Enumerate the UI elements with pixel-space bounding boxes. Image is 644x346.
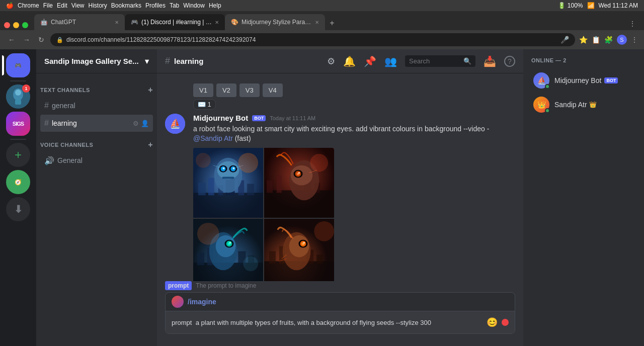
download-apps-button[interactable]: ⬇ [6, 197, 30, 221]
menu-edit[interactable]: Edit [57, 2, 67, 9]
svg-rect-29 [267, 180, 273, 193]
server-icon-sigs[interactable]: SIGS [6, 112, 30, 136]
macos-menubar: 🍎 Chrome File Edit View History Bookmark… [0, 0, 644, 11]
robot-image-4 [264, 219, 334, 282]
text-channels-category[interactable]: TEXT CHANNELS + [36, 77, 157, 97]
menu-view[interactable]: View [71, 2, 85, 9]
midjourney-online-avatar: ⛵ [533, 72, 549, 89]
prompt-input-field[interactable]: 😊 [166, 311, 515, 333]
chrome-more-icon[interactable]: ⋮ [631, 36, 638, 44]
text-channel-icon-learning: # [44, 119, 49, 128]
wifi-icon: 📶 [587, 2, 595, 9]
inbox-icon[interactable]: 📥 [484, 55, 496, 67]
header-hash-icon[interactable]: ⚙ [327, 56, 335, 67]
menu-window[interactable]: Window [183, 2, 205, 9]
emoji-button[interactable]: 😊 [487, 317, 498, 328]
channel-member-icon[interactable]: 👤 [141, 120, 149, 127]
text-channel-icon: # [44, 101, 49, 110]
add-server-button[interactable]: + [6, 143, 30, 167]
top-v4-button[interactable]: V4 [263, 83, 283, 97]
apple-menu[interactable]: 🍎 [6, 2, 14, 9]
pin-icon[interactable]: 📌 [364, 55, 376, 67]
chrome-menu-icon[interactable]: ⋮ [625, 20, 640, 28]
mention-user[interactable]: @Sandip Atr [193, 134, 233, 142]
menu-bookmarks[interactable]: Bookmarks [111, 2, 141, 9]
download-icon: ⬇ [14, 203, 23, 215]
channel-settings-icon[interactable]: ⚙ [133, 120, 139, 127]
window-minimize[interactable] [13, 22, 19, 28]
tab-search-icon[interactable]: 📋 [592, 36, 600, 44]
menu-profiles[interactable]: Profiles [145, 2, 166, 9]
svg-rect-57 [269, 251, 276, 264]
menu-help[interactable]: Help [209, 2, 221, 9]
menu-history[interactable]: History [89, 2, 107, 9]
top-v3-button[interactable]: V3 [239, 83, 260, 97]
bell-icon[interactable]: 🔔 [343, 55, 356, 67]
svg-rect-7 [193, 193, 263, 218]
explore-servers-button[interactable]: 🧭 [6, 170, 30, 194]
prompt-text-input[interactable] [172, 319, 482, 326]
help-icon[interactable]: ? [504, 56, 515, 67]
user-small-avatar [172, 296, 184, 308]
chrome-browser: 🤖 ChatGPT ✕ 🎮 (1) Discord | #learning | … [0, 11, 644, 49]
svg-rect-30 [277, 175, 282, 193]
profile-icon[interactable]: S [617, 35, 627, 45]
tab-midjourney[interactable]: 🎨 Midjourney Stylize Parameter ✕ [225, 14, 325, 30]
image-grid[interactable] [193, 148, 334, 282]
add-voice-channel-icon[interactable]: + [148, 140, 153, 149]
message-author[interactable]: Midjourney Bot [193, 114, 248, 122]
mic-icon[interactable]: 🎤 [560, 36, 569, 44]
voice-channels-category[interactable]: VOICE CHANNELS + [36, 132, 157, 151]
prompt-label-row: prompt The prompt to imagine [165, 281, 515, 290]
prompt-description: The prompt to imagine [196, 282, 256, 289]
tab-midjourney-close[interactable]: ✕ [315, 20, 319, 25]
members-icon[interactable]: 👥 [384, 55, 397, 67]
online-user-sandip[interactable]: 👑 Sandip Atr 👑 [531, 94, 636, 116]
tab-midjourney-favicon: 🎨 [231, 19, 238, 26]
menu-file[interactable]: File [43, 2, 53, 9]
tab-chatgpt-close[interactable]: ✕ [115, 20, 119, 25]
text-channels-label: TEXT CHANNELS [40, 87, 90, 93]
add-channel-icon[interactable]: + [148, 85, 153, 95]
tab-discord-close[interactable]: ✕ [215, 20, 219, 25]
channel-item-general[interactable]: # general [40, 97, 153, 114]
record-button[interactable] [502, 319, 509, 326]
online-user-midjourney[interactable]: ⛵ Midjourney Bot BOT [531, 69, 636, 92]
tab-discord-favicon: 🎮 [131, 19, 138, 26]
back-button[interactable]: ← [6, 36, 17, 44]
url-box[interactable]: 🔒 discord.com/channels/11282822500987781… [50, 33, 575, 46]
svg-rect-9 [208, 178, 214, 195]
sandip-username: Sandip Atr [554, 101, 587, 109]
tab-chatgpt[interactable]: 🤖 ChatGPT ✕ [34, 14, 125, 30]
svg-point-52 [229, 242, 231, 243]
channel-list: TEXT CHANNELS + # general # learning ⚙ 👤… [36, 73, 157, 346]
new-tab-button[interactable]: + [325, 16, 339, 30]
window-maximize[interactable] [22, 22, 28, 28]
top-v2-button[interactable]: V2 [216, 83, 236, 97]
server-icon-avatar1[interactable]: 1 [6, 84, 30, 109]
channel-item-general-voice[interactable]: 🔊 General [40, 152, 153, 169]
mj-avatar-icon: ⛵ [537, 76, 546, 84]
top-email-reaction[interactable]: ✉️ 1 [193, 99, 216, 110]
online-status-indicator [545, 84, 550, 89]
message-text: a robot face looking at smart city with … [193, 124, 515, 144]
bookmark-star-icon[interactable]: ⭐ [579, 36, 588, 44]
menu-tab[interactable]: Tab [170, 2, 179, 9]
prompt-command-label: prompt [165, 281, 192, 290]
chat-header: # learning ⚙ 🔔 📌 👥 Search 🔍 📥 ? [157, 49, 523, 73]
forward-button[interactable]: → [21, 36, 32, 44]
tab-discord[interactable]: 🎮 (1) Discord | #learning | Sandi... ✕ [125, 14, 225, 30]
menu-chrome[interactable]: Chrome [18, 2, 39, 9]
compass-icon: 🧭 [15, 179, 22, 186]
server-sidebar: 🎮 1 SIGS + 🧭 ⬇ [0, 49, 36, 346]
chat-search-box[interactable]: Search 🔍 [405, 55, 475, 67]
midjourney-avatar[interactable]: ⛵ [165, 114, 185, 134]
server-icon-discord-home[interactable]: 🎮 [6, 53, 30, 77]
window-close[interactable] [4, 22, 10, 28]
extensions-icon[interactable]: 🧩 [604, 36, 613, 44]
top-v1-button[interactable]: V1 [193, 83, 213, 97]
reload-button[interactable]: ↻ [36, 36, 46, 44]
guild-header[interactable]: Sandip Image Gallery Se... ▾ [36, 49, 157, 73]
channel-item-learning[interactable]: # learning ⚙ 👤 [40, 115, 153, 132]
svg-rect-3 [15, 100, 21, 105]
